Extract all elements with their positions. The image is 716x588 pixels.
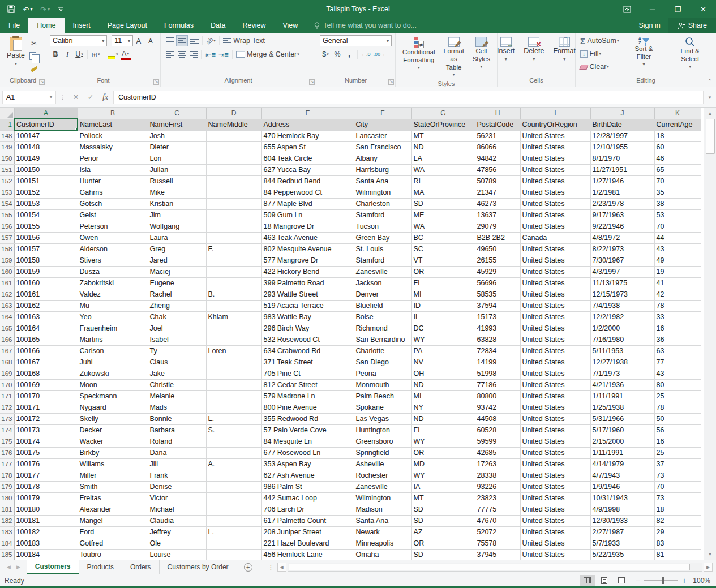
cell[interactable]: 18 Mangrove Dr	[261, 221, 354, 232]
cell[interactable]	[206, 164, 261, 175]
decrease-font-size-button[interactable]: Aˇ	[145, 35, 157, 46]
cell[interactable]: 4/7/1943	[590, 470, 654, 481]
cell[interactable]: United States	[520, 470, 590, 481]
cell[interactable]: 63	[654, 345, 701, 357]
cell[interactable]: Canada	[520, 232, 590, 243]
cell[interactable]: Minneapolis	[354, 538, 411, 549]
row-header[interactable]: 173	[0, 413, 14, 424]
cell[interactable]	[206, 255, 261, 266]
name-box[interactable]: A1▾	[2, 91, 56, 104]
cell[interactable]: MD	[411, 458, 475, 470]
cell[interactable]: ME	[411, 209, 475, 221]
cell[interactable]: Mike	[148, 187, 206, 198]
column-header-C[interactable]: C	[148, 108, 206, 119]
cell[interactable]: 12/15/1973	[590, 289, 654, 300]
cell[interactable]: 43	[654, 243, 701, 255]
middle-align-button[interactable]	[176, 35, 188, 46]
font-size-combo[interactable]: 11▾	[112, 35, 133, 46]
cell[interactable]: PostalCode	[475, 119, 520, 130]
cell[interactable]	[206, 221, 261, 232]
cell[interactable]: 49	[654, 255, 701, 266]
font-dialog-launcher[interactable]: ↘	[153, 79, 159, 85]
cell[interactable]: 100151	[14, 175, 78, 187]
cell[interactable]: Lancaster	[354, 130, 411, 141]
cell[interactable]: 221 Hazel Boulevard	[261, 538, 354, 549]
cell[interactable]: ID	[411, 300, 475, 311]
zoom-slider[interactable]	[644, 580, 678, 581]
cell[interactable]: Geist	[78, 209, 148, 221]
cell[interactable]	[206, 175, 261, 187]
cell[interactable]: Decker	[78, 424, 148, 436]
zoom-slider-thumb[interactable]	[662, 577, 664, 584]
row-header[interactable]: 150	[0, 153, 14, 164]
cell[interactable]: NY	[411, 402, 475, 413]
cell[interactable]: 844 Redbud Bend	[261, 175, 354, 187]
cell[interactable]: 42	[654, 289, 701, 300]
cell[interactable]: United States	[520, 266, 590, 277]
row-header[interactable]: 153	[0, 187, 14, 198]
cell[interactable]: 46273	[475, 198, 520, 209]
cell[interactable]: 706 Larch Dr	[261, 504, 354, 515]
cell[interactable]	[206, 549, 261, 560]
scroll-down-arrow-icon[interactable]: ▼	[704, 548, 716, 560]
cell[interactable]: Newark	[354, 526, 411, 538]
cell[interactable]: S.	[206, 424, 261, 436]
insert-cells-button[interactable]: ← Insert▾	[494, 35, 518, 64]
increase-decimal-button[interactable]: ←.0	[360, 49, 372, 60]
cell[interactable]: 82	[654, 515, 701, 526]
cell[interactable]: Frank	[148, 470, 206, 481]
cell[interactable]: 2/23/1978	[590, 198, 654, 209]
cell[interactable]: 41993	[475, 323, 520, 334]
cell[interactable]: 84 Mesquite Ln	[261, 436, 354, 447]
cell[interactable]: StateOrProvince	[411, 119, 475, 130]
cell[interactable]: 12/30/1933	[590, 515, 654, 526]
cell[interactable]: 7/4/1938	[590, 300, 654, 311]
cell[interactable]: OR	[411, 447, 475, 458]
cell[interactable]: Bonnie	[148, 413, 206, 424]
sheet-nav-arrows[interactable]: ◀▶	[0, 560, 27, 574]
cell[interactable]: Hunter	[78, 175, 148, 187]
cell[interactable]: ND	[411, 413, 475, 424]
cell[interactable]: Rachel	[148, 289, 206, 300]
cell[interactable]: WA	[411, 164, 475, 175]
accounting-format-button[interactable]: $▾	[320, 49, 331, 60]
underline-button[interactable]: U▾	[74, 49, 85, 60]
font-name-combo[interactable]: Calibri▾	[50, 35, 107, 46]
cell[interactable]: Zanesville	[354, 481, 411, 492]
scroll-left-arrow-icon[interactable]: ◀	[277, 563, 286, 572]
cell[interactable]: 36	[654, 334, 701, 345]
decrease-decimal-button[interactable]: .00→	[372, 49, 387, 60]
cell[interactable]	[206, 141, 261, 153]
row-header[interactable]: 165	[0, 323, 14, 334]
cell[interactable]	[206, 470, 261, 481]
cell[interactable]: Huntington	[354, 424, 411, 436]
cell[interactable]: 14199	[475, 357, 520, 368]
fill-button[interactable]: ↓ Fill▾	[579, 48, 602, 59]
cell[interactable]: Khiam	[206, 311, 261, 323]
cell[interactable]: Green Bay	[354, 232, 411, 243]
cell[interactable]: 617 Palmetto Count	[261, 515, 354, 526]
row-header[interactable]: 159	[0, 255, 14, 266]
cell[interactable]: Jim	[148, 209, 206, 221]
cell[interactable]: United States	[520, 345, 590, 357]
cell[interactable]: 59599	[475, 436, 520, 447]
cell[interactable]	[206, 323, 261, 334]
cell[interactable]: Kristian	[148, 198, 206, 209]
page-break-view-button[interactable]	[614, 575, 629, 586]
cell[interactable]: SC	[411, 243, 475, 255]
cell[interactable]: Maciej	[148, 266, 206, 277]
row-header[interactable]: 152	[0, 175, 14, 187]
cell[interactable]: Dana	[148, 447, 206, 458]
select-all-corner[interactable]	[0, 108, 14, 119]
cell[interactable]: Barbara	[148, 424, 206, 436]
cell[interactable]: Omaha	[354, 549, 411, 560]
cell[interactable]: 65	[654, 164, 701, 175]
cell[interactable]: 16	[654, 323, 701, 334]
row-header[interactable]: 184	[0, 538, 14, 549]
cell[interactable]	[206, 436, 261, 447]
cell[interactable]: SD	[411, 549, 475, 560]
cell[interactable]: United States	[520, 526, 590, 538]
row-header[interactable]: 161	[0, 277, 14, 289]
cell[interactable]: Santa Ana	[354, 175, 411, 187]
cell[interactable]	[206, 187, 261, 198]
